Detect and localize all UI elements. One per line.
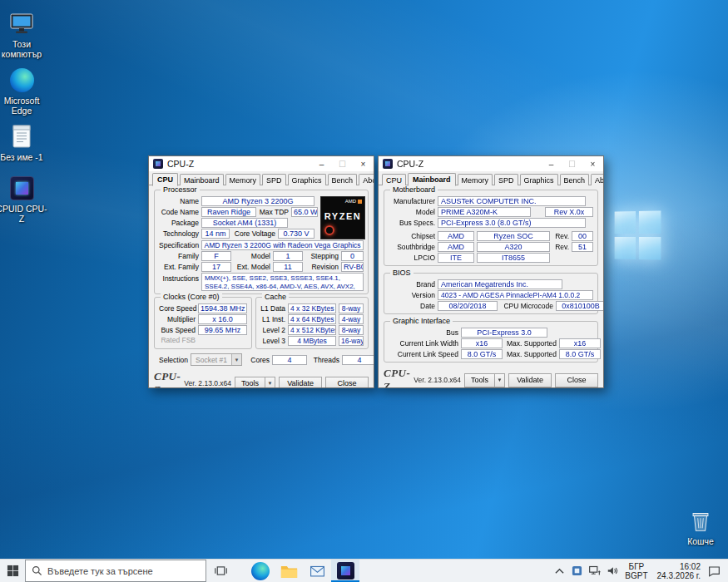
lpcio-vendor-value: ITE: [438, 253, 474, 263]
taskbar-edge-button[interactable]: [246, 560, 275, 582]
specification-value: AMD Ryzen 3 2200G with Radeon Vega Graph…: [201, 240, 364, 250]
task-view-icon: [214, 564, 228, 578]
core-voltage-label: Core Voltage: [232, 229, 275, 238]
code-name-label: Code Name: [159, 208, 199, 216]
language-indicator[interactable]: БГР BGPT: [621, 562, 651, 580]
cpuz-app-icon: [383, 159, 393, 169]
document-icon: [8, 123, 35, 150]
model-rev-value: Rev X.0x: [545, 207, 593, 217]
close-button[interactable]: ×: [353, 156, 374, 171]
tab-cpu[interactable]: CPU: [382, 174, 406, 185]
cpuz-window-cpu: CPU-Z – ☐ × CPU Mainboard Memory SPD Gra…: [148, 155, 374, 388]
task-view-button[interactable]: [206, 560, 235, 582]
taskbar-cpuz-button[interactable]: [331, 560, 359, 582]
tools-dropdown-arrow[interactable]: ▼: [494, 373, 505, 387]
minimize-button[interactable]: –: [311, 156, 332, 171]
model-label: Model: [389, 208, 435, 216]
close-button[interactable]: ×: [582, 156, 603, 171]
threads-label: Threads: [310, 356, 339, 364]
edge-icon: [8, 67, 35, 93]
tray-overflow-button[interactable]: [551, 560, 568, 582]
gi-bus-label: Bus: [389, 328, 458, 337]
package-value: Socket AM4 (1331): [201, 218, 288, 228]
tab-about[interactable]: About: [359, 174, 374, 185]
desktop-icon-this-pc[interactable]: Този компютър: [0, 10, 48, 59]
link-width-value: x16: [461, 338, 503, 348]
tools-button[interactable]: Tools: [464, 373, 494, 387]
tab-graphics[interactable]: Graphics: [288, 174, 326, 185]
cpuz-logo-text: CPU-Z: [384, 367, 410, 388]
tab-memory[interactable]: Memory: [225, 174, 261, 185]
validate-button[interactable]: Validate: [508, 373, 552, 387]
recycle-bin-icon: [687, 507, 714, 534]
close-button[interactable]: Close: [325, 377, 369, 389]
tab-bar: CPU Mainboard Memory SPD Graphics Bench …: [149, 171, 374, 185]
tray-volume-button[interactable]: [603, 560, 621, 582]
l1-inst-label: L1 Inst.: [260, 315, 285, 323]
bios-legend: BIOS: [390, 269, 414, 278]
search-input[interactable]: [47, 566, 200, 576]
tab-graphics[interactable]: Graphics: [520, 174, 558, 185]
chipset-rev-value: 00: [572, 231, 593, 241]
desktop-icon-untitled-document[interactable]: Без име -1: [0, 123, 48, 162]
cpu-microcode-label: CPU Microcode: [500, 302, 553, 310]
chipset-model-value: Ryzen SOC: [477, 231, 550, 241]
cache-legend: Cache: [262, 293, 289, 302]
tray-app-button[interactable]: [568, 560, 586, 582]
link-speed-value: 8.0 GT/s: [461, 349, 503, 359]
tools-button[interactable]: Tools: [235, 377, 265, 389]
minimize-button[interactable]: –: [541, 156, 562, 171]
tab-about[interactable]: About: [591, 174, 604, 185]
tab-spd[interactable]: SPD: [494, 174, 518, 185]
model-label: Model: [234, 252, 270, 260]
version-text: Ver. 2.13.0.x64: [184, 379, 231, 387]
tab-mainboard[interactable]: Mainboard: [408, 173, 456, 186]
tab-memory[interactable]: Memory: [458, 174, 493, 185]
desktop-icon-cpuz[interactable]: CPUID CPU-Z: [0, 175, 48, 224]
tray-network-button[interactable]: [586, 560, 603, 582]
amd-ryzen-logo: AMD RYZEN: [320, 196, 365, 239]
max-width-value: x16: [559, 338, 601, 348]
validate-button[interactable]: Validate: [279, 377, 322, 389]
tab-cpu[interactable]: CPU: [152, 173, 178, 186]
ryzen-text: RYZEN: [321, 211, 364, 221]
taskbar-search[interactable]: [25, 560, 206, 582]
tab-bench[interactable]: Bench: [328, 174, 358, 185]
edge-icon: [251, 562, 270, 580]
language-line1: БГР: [625, 562, 647, 571]
manufacturer-label: Manufacturer: [389, 197, 435, 205]
cache-group: Cache L1 Data 4 x 32 KBytes 8-way L1 Ins…: [255, 297, 369, 349]
desktop-icon-recycle-bin[interactable]: Кошче: [674, 507, 727, 546]
desktop-icon-label: Без име -1: [0, 152, 42, 162]
family-label: Family: [159, 252, 199, 260]
start-button[interactable]: [0, 560, 25, 582]
southbridge-vendor-value: AMD: [438, 242, 474, 252]
desktop-icon-label: Кошче: [687, 536, 714, 546]
tab-mainboard[interactable]: Mainboard: [180, 174, 224, 185]
file-explorer-icon: [280, 564, 298, 579]
l1-inst-size: 4 x 64 KBytes: [288, 314, 336, 324]
tab-bench[interactable]: Bench: [560, 174, 590, 185]
clock[interactable]: 16:02 24.3.2026 г.: [652, 562, 706, 580]
cpu-microcode-value: 0x810100B: [556, 301, 604, 311]
amd-arrow-icon: [358, 200, 362, 204]
manufacturer-value: ASUSTeK COMPUTER INC.: [438, 196, 586, 206]
taskbar-file-explorer-button[interactable]: [275, 560, 303, 582]
window-footer: CPU-Z Ver. 2.13.0.x64 Tools ▼ Validate C…: [379, 365, 603, 388]
tab-spd[interactable]: SPD: [262, 174, 286, 185]
tools-dropdown-arrow[interactable]: ▼: [265, 377, 275, 389]
cpuz-app-icon: [153, 159, 163, 169]
code-name-value: Raven Ridge: [201, 207, 256, 217]
technology-label: Technology: [159, 229, 199, 238]
ext-model-label: Ext. Model: [234, 263, 270, 271]
taskbar-mail-button[interactable]: [303, 560, 331, 582]
max-tdp-label: Max TDP: [259, 208, 289, 216]
action-center-button[interactable]: [706, 560, 723, 582]
desktop-icon-edge[interactable]: Microsoft Edge: [0, 67, 48, 116]
socket-selection-dropdown[interactable]: Socket #1 ▼: [191, 353, 242, 366]
chipset-rev-label: Rev.: [552, 232, 569, 240]
selection-row: Selection Socket #1 ▼ Cores 4 Threads 4: [155, 353, 368, 366]
close-button[interactable]: Close: [555, 373, 598, 387]
southbridge-rev-label: Rev.: [552, 243, 569, 251]
chevron-down-icon: ▼: [231, 354, 241, 365]
